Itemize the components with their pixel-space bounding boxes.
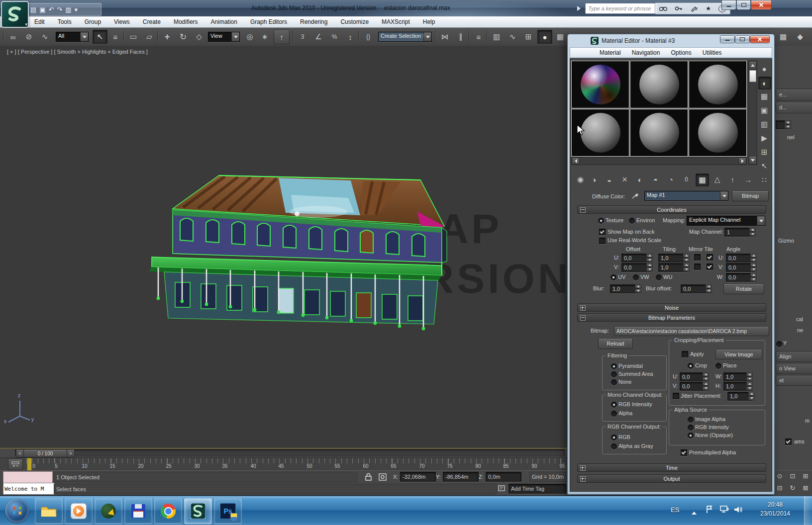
hscroll-left-button[interactable] — [572, 158, 580, 165]
edit-named-selection-sets-icon[interactable]: {} — [361, 30, 375, 43]
window-crossing-icon[interactable]: ▱ — [142, 30, 156, 43]
language-indicator[interactable]: ES — [671, 506, 679, 514]
material-slot-2[interactable] — [630, 61, 688, 108]
jitter-placement-checkbox[interactable] — [673, 393, 679, 399]
panel-fragment-button[interactable]: Align — [776, 351, 812, 362]
zoom-region-icon[interactable]: ⊟ — [774, 482, 786, 493]
material-options-icon[interactable]: ⊞ — [758, 146, 770, 158]
favorites-star-icon[interactable]: ★ — [706, 5, 711, 12]
time-rollout-header[interactable]: Time — [577, 463, 766, 472]
show-end-result-icon[interactable]: △ — [711, 174, 723, 185]
alpha-none-radio[interactable] — [688, 433, 694, 438]
sample-vscrollbar[interactable] — [748, 61, 757, 165]
graphite-modeling-icon[interactable]: ▥ — [490, 30, 504, 43]
schematic-view-icon[interactable]: ⊞ — [521, 30, 535, 43]
alpha-rgb-intensity-radio[interactable] — [688, 425, 694, 431]
vscroll-up-button[interactable] — [749, 61, 757, 70]
next-frame-button[interactable]: > — [67, 449, 75, 457]
menu-rendering[interactable]: Rendering — [294, 17, 334, 27]
trackbar-mode-button[interactable] — [8, 459, 23, 470]
offset-u-spinner[interactable] — [646, 254, 653, 262]
tray-expand-icon[interactable] — [692, 509, 697, 515]
named-selection-set-dropdown[interactable]: Create Selection Se — [378, 32, 432, 42]
volume-icon[interactable] — [733, 505, 743, 514]
network-icon[interactable] — [719, 505, 729, 514]
menu-create[interactable]: Create — [136, 17, 167, 27]
tile-u-checkbox[interactable] — [707, 254, 713, 261]
selection-lock-icon[interactable] — [365, 473, 372, 481]
previous-frame-button[interactable]: < — [16, 449, 24, 457]
crop-radio[interactable] — [688, 363, 694, 369]
clock[interactable]: 20:48 23/01/2014 — [752, 501, 798, 517]
zoom-icon[interactable]: ⊙ — [774, 470, 786, 481]
maxscript-mini-listener-pink[interactable] — [3, 471, 53, 484]
search-input[interactable]: Type a keyword or phrase — [585, 3, 657, 14]
taskbar-media-player-button[interactable] — [65, 498, 93, 524]
mirror-v-checkbox[interactable] — [694, 263, 701, 270]
vw-radio[interactable] — [633, 274, 639, 280]
rendered-frame-window-icon[interactable]: ▩ — [776, 30, 790, 43]
render-production-icon[interactable]: ◆ — [793, 30, 807, 43]
tiling-v-spinner[interactable] — [683, 263, 690, 271]
material-map-navigator-icon[interactable]: ∷ — [758, 174, 770, 186]
make-unique-icon[interactable]: ◓ — [649, 174, 662, 185]
view-image-button[interactable]: View Image — [715, 349, 762, 359]
taskbar-chrome-button[interactable] — [154, 498, 182, 524]
map-type-button[interactable]: Bitmap — [732, 190, 769, 201]
add-time-tag-field[interactable]: Add Time Tag — [508, 484, 566, 494]
current-frame-marker[interactable] — [27, 458, 32, 471]
align-icon[interactable]: ∥ — [454, 30, 468, 43]
get-material-icon[interactable]: ◉ — [574, 174, 587, 185]
place-radio[interactable] — [715, 363, 721, 369]
select-by-material-icon[interactable]: ↖ — [758, 160, 770, 172]
me-menu-material[interactable]: Material — [594, 48, 626, 57]
eyedropper-icon[interactable] — [631, 191, 640, 200]
uv-radio[interactable] — [610, 274, 616, 280]
taskbar-photoshop-button[interactable]: Ps — [214, 498, 242, 524]
noise-rollout-header[interactable]: Noise — [577, 303, 766, 312]
angle-snap-icon[interactable]: ∠ — [311, 30, 325, 43]
jitter-spinner[interactable] — [748, 392, 755, 400]
tiling-u-spinner[interactable] — [683, 254, 690, 262]
unlink-selection-icon[interactable]: ⊘ — [22, 30, 36, 43]
maximize-viewport-icon[interactable]: ⊠ — [800, 482, 812, 493]
menu-edit[interactable]: Edit — [28, 17, 51, 27]
reload-button[interactable]: Reload — [598, 338, 633, 349]
snaps-toggle-icon[interactable]: 3 — [296, 30, 309, 43]
me-close-button[interactable] — [750, 35, 770, 43]
alpha-as-gray-radio[interactable] — [611, 443, 617, 449]
put-to-library-icon[interactable]: ◔ — [665, 174, 677, 185]
crop-h-spinner[interactable] — [746, 382, 753, 390]
time-tag-icon[interactable] — [498, 484, 506, 492]
select-and-rotate-icon[interactable]: ↻ — [176, 30, 190, 43]
mono-alpha-radio[interactable] — [611, 411, 617, 417]
rgb-rgb-radio[interactable] — [611, 435, 617, 440]
zoom-all-icon[interactable]: ⊡ — [787, 470, 799, 481]
curve-editor-icon[interactable]: ∿ — [506, 30, 519, 43]
station-3d-model[interactable] — [0, 46, 567, 448]
taskbar-explorer-button[interactable] — [35, 498, 63, 524]
mono-rgb-intensity-radio[interactable] — [611, 402, 617, 408]
crop-w-spinner[interactable] — [746, 372, 753, 381]
start-button[interactable] — [5, 499, 29, 523]
make-preview-icon[interactable]: ▶ — [758, 132, 770, 144]
select-and-move-icon[interactable]: + — [160, 30, 174, 43]
paste-icon[interactable]: ▥ — [65, 6, 71, 13]
menu-customize[interactable]: Customize — [334, 17, 375, 27]
zoom-extents-icon[interactable]: ⊞ — [800, 470, 812, 481]
x-coord-field[interactable]: -32,068m — [400, 472, 436, 482]
save-file-icon[interactable]: ▣ — [39, 6, 45, 13]
z-coord-field[interactable]: 0,0m — [486, 472, 521, 482]
show-map-on-back-checkbox[interactable] — [599, 229, 606, 235]
panel-fragment-button[interactable]: e... — [776, 88, 812, 100]
rotate-button[interactable]: Rotate — [723, 283, 764, 294]
me-menu-options[interactable]: Options — [665, 48, 697, 57]
me-maximize-button[interactable] — [735, 35, 750, 43]
material-editor-icon[interactable]: ● — [537, 30, 552, 44]
panel-fragment-checkbox[interactable] — [785, 438, 792, 445]
reference-coordinate-dropdown[interactable]: View — [208, 32, 240, 42]
material-slot-1[interactable] — [571, 61, 629, 108]
angle-u-spinner[interactable] — [750, 254, 757, 262]
panel-fragment-button[interactable]: o View — [776, 363, 812, 374]
menu-tools[interactable]: Tools — [51, 17, 78, 27]
